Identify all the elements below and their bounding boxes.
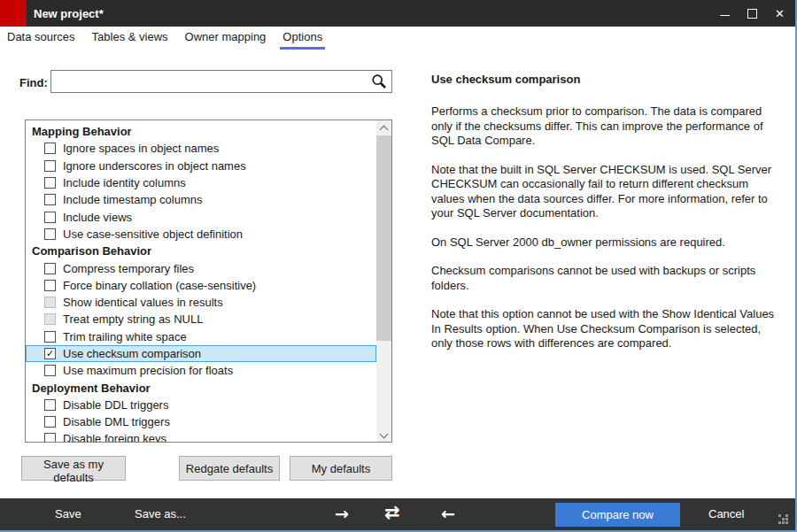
checkbox[interactable] — [44, 416, 56, 428]
checkbox[interactable] — [44, 194, 56, 205]
option-row[interactable]: Force binary collation (case-sensitive) — [26, 277, 376, 294]
maximize-icon — [747, 9, 757, 19]
scroll-down-button[interactable] — [376, 427, 391, 442]
help-paragraphs: Performs a checksum prior to comparison.… — [431, 104, 778, 351]
checkbox[interactable] — [44, 212, 56, 223]
option-group-title: Comparison Behavior — [26, 243, 376, 259]
title-bar: New project* ✕ — [0, 0, 795, 27]
option-row[interactable]: Use maximum precision for floats — [26, 362, 376, 379]
options-list-content: Mapping BehaviorIgnore spaces in object … — [26, 120, 376, 442]
checkbox — [44, 313, 56, 325]
resize-grip[interactable] — [778, 514, 788, 524]
option-row[interactable]: Disable DML triggers — [26, 413, 376, 430]
checkbox[interactable] — [44, 177, 56, 189]
help-title: Use checksum comparison — [431, 73, 778, 86]
option-label: Use maximum precision for floats — [63, 364, 233, 377]
redgate-logo — [0, 0, 27, 27]
option-label: Ignore spaces in object names — [63, 142, 219, 155]
option-row[interactable]: Disable foreign keys — [26, 430, 376, 442]
option-row[interactable]: Disable DDL triggers — [26, 397, 376, 413]
option-label: Ignore underscores in object names — [63, 159, 246, 173]
help-paragraph: Checksum comparisons cannot be used with… — [431, 264, 778, 293]
checkbox[interactable]: ✓ — [44, 348, 56, 359]
bottom-bar: Save Save as... → ⇄ ← Compare now Cancel — [0, 498, 795, 530]
option-label: Include timestamp columns — [63, 193, 203, 206]
app-window: New project* ✕ Data sourcesTables & view… — [0, 0, 797, 532]
option-label: Compress temporary files — [63, 262, 194, 275]
checkbox[interactable] — [44, 433, 56, 442]
option-label: Disable DDL triggers — [63, 398, 168, 412]
save-button[interactable]: Save — [55, 507, 81, 520]
option-label: Force binary collation (case-sensitive) — [63, 279, 256, 292]
find-box — [50, 70, 392, 93]
my-defaults-button[interactable]: My defaults — [290, 456, 392, 481]
options-list: Mapping BehaviorIgnore spaces in object … — [25, 120, 392, 443]
help-paragraph: Performs a checksum prior to comparison.… — [431, 104, 778, 149]
option-row[interactable]: Compress temporary files — [26, 259, 376, 276]
minimize-button[interactable] — [711, 0, 739, 27]
swap-direction-icon[interactable]: ⇄ — [384, 502, 400, 523]
checkbox[interactable] — [44, 143, 56, 154]
checkbox[interactable] — [44, 365, 56, 376]
help-panel: Use checksum comparison Performs a check… — [431, 73, 778, 366]
chevron-up-icon — [380, 126, 389, 135]
option-row[interactable]: Include views — [26, 208, 376, 225]
option-row[interactable]: Trim trailing white space — [26, 328, 376, 345]
option-group-title: Deployment Behavior — [26, 379, 376, 396]
scroll-up-button[interactable] — [376, 120, 391, 135]
option-row[interactable]: Use case-sensitive object definition — [26, 226, 376, 243]
scrollbar[interactable] — [376, 120, 391, 442]
minimize-icon — [720, 15, 730, 16]
option-row[interactable]: Include timestamp columns — [26, 191, 376, 208]
save-as-my-defaults-button[interactable]: Save as my defaults — [21, 456, 126, 481]
find-label: Find: — [19, 76, 48, 89]
help-paragraph: On SQL Server 2000 db_owner permissions … — [431, 235, 778, 251]
deploy-right-arrow-icon[interactable]: → — [335, 504, 349, 523]
checkbox[interactable] — [44, 263, 56, 274]
window-title: New project* — [34, 7, 104, 20]
option-label: Disable DML triggers — [63, 415, 170, 428]
option-row[interactable]: Treat empty string as NULL — [26, 311, 376, 328]
tab-owner-mapping[interactable]: Owner mapping — [182, 27, 269, 50]
compare-now-button[interactable]: Compare now — [555, 503, 680, 527]
option-label: Treat empty string as NULL — [63, 312, 203, 326]
checkbox[interactable] — [44, 331, 56, 343]
checkbox[interactable] — [44, 228, 56, 240]
scrollbar-thumb[interactable] — [376, 135, 391, 341]
option-row[interactable]: ✓Use checksum comparison — [26, 345, 376, 362]
checkbox[interactable] — [44, 160, 56, 172]
option-label: Disable foreign keys — [63, 432, 166, 442]
option-label: Use case-sensitive object definition — [63, 227, 243, 241]
option-group-title: Mapping Behavior — [26, 123, 376, 140]
option-label: Trim trailing white space — [63, 330, 187, 343]
window-controls: ✕ — [711, 0, 793, 27]
close-button[interactable]: ✕ — [766, 0, 793, 27]
option-row[interactable]: Ignore spaces in object names — [26, 140, 376, 157]
checkbox[interactable] — [44, 399, 56, 411]
tab-bar: Data sourcesTables & viewsOwner mappingO… — [0, 27, 795, 50]
option-label: Use checksum comparison — [63, 347, 201, 360]
chevron-down-icon — [380, 430, 389, 439]
save-as-button[interactable]: Save as... — [135, 507, 186, 520]
cancel-button[interactable]: Cancel — [708, 507, 744, 520]
option-label: Show identical values in results — [63, 296, 223, 309]
deploy-left-arrow-icon[interactable]: ← — [441, 504, 455, 523]
option-label: Include identity columns — [63, 176, 186, 189]
option-row[interactable]: Include identity columns — [26, 174, 376, 191]
checkbox[interactable] — [44, 280, 56, 291]
option-row[interactable]: Ignore underscores in object names — [26, 158, 376, 174]
help-paragraph: Note that the built in SQL Server CHECKS… — [431, 163, 778, 221]
find-input[interactable] — [51, 71, 391, 92]
tab-options[interactable]: Options — [280, 27, 325, 50]
option-row[interactable]: Show identical values in results — [26, 294, 376, 311]
help-paragraph: Note that this option cannot be used wit… — [431, 307, 778, 351]
redgate-defaults-button[interactable]: Redgate defaults — [179, 456, 280, 481]
checkbox — [44, 297, 56, 308]
tab-tables-views[interactable]: Tables & views — [89, 27, 171, 50]
maximize-button[interactable] — [739, 0, 766, 27]
tab-data-sources[interactable]: Data sources — [4, 27, 78, 50]
close-icon: ✕ — [775, 7, 785, 20]
option-label: Include views — [63, 211, 132, 224]
